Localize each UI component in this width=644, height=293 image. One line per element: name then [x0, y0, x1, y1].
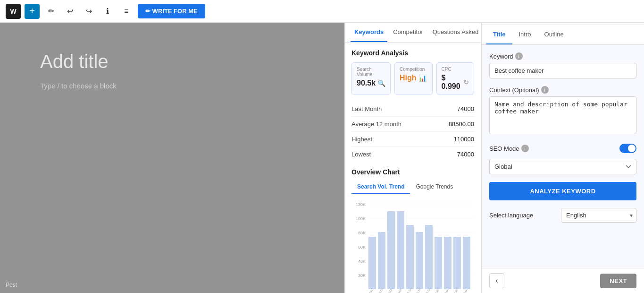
cpc-icon: ↻	[463, 78, 469, 86]
keywords-panel: Keywords Competitor Questions Asked Keyw…	[344, 23, 481, 293]
seo-mode-label: SEO Mode i	[489, 145, 529, 152]
add-block-button[interactable]: +	[25, 4, 40, 19]
genie-tab-outline[interactable]: Outline	[538, 25, 570, 44]
svg-rect-17	[416, 232, 423, 289]
global-select[interactable]: Global United States United Kingdom	[489, 159, 636, 174]
keyword-cards: Search Volume 90.5k 🔍 Competition High 📊…	[351, 62, 474, 95]
keywords-panel-body: Keyword Analysis Search Volume 90.5k 🔍 C…	[345, 43, 481, 293]
stat-highest: Highest 110000	[351, 132, 474, 147]
edit-icon-button[interactable]: ✏	[43, 4, 59, 19]
keyword-input[interactable]	[489, 63, 636, 78]
genie-footer: ‹ NEXT	[482, 268, 644, 293]
global-select-group: Global United States United Kingdom	[489, 159, 636, 174]
svg-text:80K: 80K	[358, 231, 366, 235]
language-select[interactable]: English Spanish French German	[561, 208, 636, 223]
redo-button[interactable]: ↪	[81, 4, 96, 19]
chart-container: 120K 100K 80K 60K 40K 20K	[351, 198, 474, 293]
wp-toolbar: W + ✏ ↩ ↪ ℹ ≡ ✏ WRITE FOR ME	[0, 0, 644, 23]
svg-rect-13	[378, 232, 385, 289]
write-for-me-button[interactable]: ✏ WRITE FOR ME	[138, 4, 205, 18]
svg-rect-19	[435, 237, 442, 289]
genie-tab-title[interactable]: Title	[486, 25, 512, 44]
info-button[interactable]: ℹ	[100, 4, 115, 19]
chart-svg: 120K 100K 80K 60K 40K 20K	[351, 198, 474, 293]
write-for-me-label: ✏ WRITE FOR ME	[145, 8, 198, 15]
chart-section-title: Overview Chart	[351, 168, 474, 176]
genie-body: Keyword i Context (Optional) i SEO Mode …	[482, 45, 644, 268]
keyword-label: Keyword i	[489, 52, 636, 60]
search-volume-card: Search Volume 90.5k 🔍	[351, 62, 391, 95]
svg-text:40K: 40K	[358, 259, 366, 264]
genie-panel: 🧞 genie ✕ Title Intro Outline Keyword i	[481, 0, 644, 293]
language-select-wrap: English Spanish French German ▾	[561, 208, 636, 223]
tab-keywords[interactable]: Keywords	[351, 23, 387, 42]
svg-text:20K: 20K	[358, 273, 366, 278]
search-volume-value: 90.5k 🔍	[357, 79, 385, 87]
genie-tab-intro[interactable]: Intro	[512, 25, 538, 44]
context-field-group: Context (Optional) i	[489, 86, 636, 136]
chart-tabs: Search Vol. Trend Google Trends	[351, 181, 474, 194]
stats-table: Last Month 74000 Average 12 month 88500.…	[351, 102, 474, 162]
svg-rect-21	[453, 237, 461, 289]
genie-tabs: Title Intro Outline	[482, 25, 644, 45]
analyze-keyword-button[interactable]: ANALYZE KEYWORD	[489, 182, 636, 200]
search-volume-label: Search Volume	[357, 67, 385, 77]
undo-button[interactable]: ↩	[62, 4, 77, 19]
seo-mode-toggle[interactable]	[619, 144, 636, 153]
seo-mode-row: SEO Mode i	[489, 144, 636, 153]
seo-mode-info-icon[interactable]: i	[521, 145, 529, 152]
post-label: Post	[6, 282, 17, 288]
select-language-label: Select language	[489, 212, 533, 219]
svg-rect-14	[387, 211, 395, 289]
svg-text:100K: 100K	[356, 216, 366, 221]
svg-rect-15	[397, 211, 404, 289]
stat-average-12: Average 12 month 88500.00	[351, 117, 474, 132]
panel-tabs: Keywords Competitor Questions Asked	[345, 23, 481, 43]
search-icon[interactable]: 🔍	[377, 79, 385, 87]
chart-tab-search-vol[interactable]: Search Vol. Trend	[351, 181, 410, 194]
keyword-analysis-title: Keyword Analysis	[351, 49, 474, 57]
cpc-label: CPC	[442, 67, 469, 72]
wp-logo: W	[6, 4, 21, 19]
svg-text:60K: 60K	[358, 245, 366, 250]
chart-tab-google-trends[interactable]: Google Trends	[410, 181, 459, 194]
cpc-value: $ 0.990 ↻	[442, 74, 469, 91]
svg-text:120K: 120K	[356, 202, 366, 207]
stat-last-month: Last Month 74000	[351, 102, 474, 117]
competition-icon: 📊	[418, 74, 427, 82]
block-placeholder[interactable]: Type / to choose a block	[40, 82, 304, 90]
competition-label: Competition	[400, 67, 427, 72]
svg-rect-20	[444, 237, 452, 289]
back-button[interactable]: ‹	[489, 273, 504, 288]
title-placeholder[interactable]: Add title	[40, 51, 304, 72]
tab-questions-asked[interactable]: Questions Asked	[429, 23, 481, 42]
keyword-field-group: Keyword i	[489, 52, 636, 78]
tab-competitor[interactable]: Competitor	[389, 23, 427, 42]
svg-rect-12	[368, 237, 376, 289]
svg-rect-22	[463, 237, 470, 289]
context-textarea[interactable]	[489, 96, 636, 134]
stat-lowest: Lowest 74000	[351, 147, 474, 162]
language-row: Select language English Spanish French G…	[489, 208, 636, 223]
editor-content: Add title Type / to choose a block	[40, 51, 304, 90]
keyword-info-icon[interactable]: i	[515, 52, 523, 60]
list-view-button[interactable]: ≡	[119, 4, 134, 19]
competition-value: High 📊	[400, 74, 427, 82]
svg-rect-18	[425, 225, 433, 289]
cpc-card: CPC $ 0.990 ↻	[436, 62, 474, 95]
editor-area: Add title Type / to choose a block Post	[0, 23, 344, 293]
context-info-icon[interactable]: i	[541, 86, 549, 94]
competition-card: Competition High 📊	[394, 62, 432, 95]
context-label: Context (Optional) i	[489, 86, 636, 94]
svg-rect-16	[406, 225, 414, 289]
next-button[interactable]: NEXT	[600, 274, 636, 288]
